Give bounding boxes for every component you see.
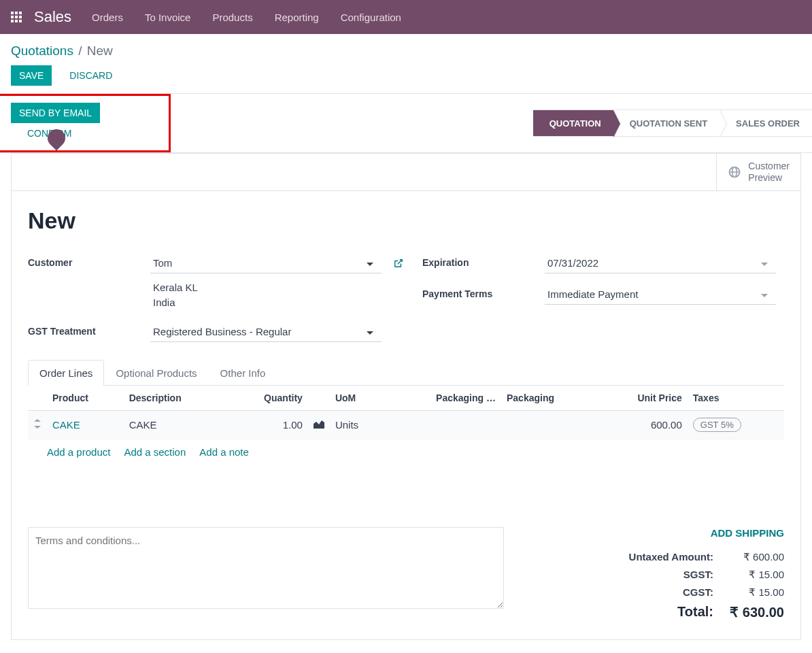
gst-value: Registered Business - Regular bbox=[153, 326, 291, 337]
stage-quotation-sent[interactable]: QUOTATION SENT bbox=[613, 110, 720, 137]
customer-preview-l2: Preview bbox=[748, 172, 790, 184]
terms-input[interactable]: Immediate Payment bbox=[545, 284, 776, 305]
row-description: CAKE bbox=[124, 410, 227, 439]
action-row: SAVE DISCARD bbox=[0, 65, 812, 95]
apps-icon[interactable] bbox=[11, 12, 22, 22]
order-lines-table: Product Description Quantity UoM Packagi… bbox=[28, 386, 784, 439]
col-quantity: Quantity bbox=[227, 386, 308, 411]
total-label: Total: bbox=[618, 604, 713, 620]
add-product-link[interactable]: Add a product bbox=[47, 446, 110, 458]
col-description: Description bbox=[124, 386, 227, 411]
row-product[interactable]: CAKE bbox=[52, 419, 80, 431]
sgst-value: ₹ 15.00 bbox=[730, 569, 784, 581]
table-row[interactable]: CAKE CAKE 1.00 Units 600.00 GST 5% bbox=[28, 410, 784, 439]
breadcrumb: Quotations / New bbox=[11, 44, 801, 58]
customer-preview-l1: Customer bbox=[748, 161, 790, 172]
nav-configuration[interactable]: Configuration bbox=[341, 12, 401, 23]
nav-reporting[interactable]: Reporting bbox=[275, 12, 319, 23]
terms-textarea[interactable] bbox=[28, 527, 504, 609]
cgst-value: ₹ 15.00 bbox=[730, 586, 784, 599]
cgst-label: CGST: bbox=[618, 586, 713, 599]
row-uom: Units bbox=[330, 410, 386, 439]
tab-order-lines[interactable]: Order Lines bbox=[28, 360, 104, 386]
globe-icon bbox=[728, 165, 741, 179]
row-pkg-qty bbox=[386, 410, 501, 439]
tab-optional-products[interactable]: Optional Products bbox=[104, 360, 208, 386]
chevron-down-icon[interactable] bbox=[761, 263, 768, 266]
col-taxes: Taxes bbox=[688, 386, 784, 411]
add-links: Add a product Add a section Add a note bbox=[28, 439, 784, 465]
col-product: Product bbox=[47, 386, 124, 411]
area-chart-icon[interactable] bbox=[314, 419, 324, 429]
row-quantity: 1.00 bbox=[227, 410, 308, 439]
expiration-label: Expiration bbox=[422, 253, 545, 268]
untaxed-label: Untaxed Amount: bbox=[618, 551, 713, 563]
row-pkg bbox=[501, 410, 597, 439]
gst-label: GST Treatment bbox=[28, 322, 150, 337]
add-section-link[interactable]: Add a section bbox=[124, 446, 186, 458]
terms-value: Immediate Payment bbox=[547, 288, 638, 300]
send-by-email-button[interactable]: SEND BY EMAIL bbox=[11, 103, 100, 123]
breadcrumb-separator: / bbox=[78, 44, 82, 58]
save-button[interactable]: SAVE bbox=[11, 65, 52, 86]
sgst-label: SGST: bbox=[618, 569, 713, 581]
statusbar: SEND BY EMAIL CONFIRM QUOTATION QUOTATIO… bbox=[0, 93, 812, 153]
gst-input[interactable]: Registered Business - Regular bbox=[150, 322, 382, 342]
stage-sales-order[interactable]: SALES ORDER bbox=[720, 110, 812, 137]
drag-handle-icon[interactable] bbox=[28, 410, 47, 439]
customer-value: Tom bbox=[153, 257, 172, 269]
breadcrumb-quotations[interactable]: Quotations bbox=[11, 44, 73, 58]
chevron-down-icon[interactable] bbox=[367, 263, 373, 266]
row-unit-price: 600.00 bbox=[597, 410, 688, 439]
untaxed-value: ₹ 600.00 bbox=[730, 551, 784, 563]
total-value: ₹ 630.00 bbox=[730, 604, 784, 620]
address-line2: India bbox=[153, 295, 390, 311]
module-name[interactable]: Sales bbox=[34, 8, 71, 26]
col-unit-price: Unit Price bbox=[597, 386, 688, 411]
nav-to-invoice[interactable]: To Invoice bbox=[145, 12, 191, 23]
breadcrumb-current: New bbox=[87, 44, 113, 58]
status-stages: QUOTATION QUOTATION SENT SALES ORDER bbox=[533, 94, 812, 152]
form-sheet: Customer Preview New Customer Tom bbox=[11, 153, 801, 640]
nav-menu: Orders To Invoice Products Reporting Con… bbox=[92, 12, 401, 23]
top-navbar: Sales Orders To Invoice Products Reporti… bbox=[0, 0, 812, 34]
highlighted-actions: SEND BY EMAIL CONFIRM bbox=[0, 94, 171, 152]
nav-products[interactable]: Products bbox=[212, 12, 252, 23]
customer-preview-button[interactable]: Customer Preview bbox=[716, 154, 800, 190]
customer-input[interactable]: Tom bbox=[150, 253, 382, 273]
expiration-input[interactable]: 07/31/2022 bbox=[545, 253, 776, 273]
chevron-down-icon[interactable] bbox=[761, 294, 768, 297]
stage-quotation[interactable]: QUOTATION bbox=[533, 110, 613, 137]
expiration-value: 07/31/2022 bbox=[547, 257, 598, 269]
tabs: Order Lines Optional Products Other Info bbox=[28, 360, 784, 386]
col-uom: UoM bbox=[330, 386, 386, 411]
tab-other-info[interactable]: Other Info bbox=[209, 360, 277, 386]
col-packaging: Packaging bbox=[501, 386, 597, 411]
terms-label: Payment Terms bbox=[422, 284, 545, 299]
record-title: New bbox=[28, 207, 784, 234]
discard-button[interactable]: DISCARD bbox=[61, 65, 120, 86]
nav-orders[interactable]: Orders bbox=[92, 12, 123, 23]
col-packaging-qty: Packaging … bbox=[386, 386, 501, 411]
address-line1: Kerala KL bbox=[153, 280, 390, 296]
row-tax-badge[interactable]: GST 5% bbox=[693, 418, 741, 432]
add-note-link[interactable]: Add a note bbox=[199, 446, 249, 458]
stat-buttons-row: Customer Preview bbox=[12, 154, 800, 191]
external-link-icon[interactable] bbox=[394, 258, 403, 270]
add-shipping-link[interactable]: ADD SHIPPING bbox=[618, 527, 784, 539]
chevron-down-icon[interactable] bbox=[367, 331, 373, 335]
customer-label: Customer bbox=[28, 253, 150, 268]
breadcrumb-row: Quotations / New bbox=[0, 34, 812, 65]
